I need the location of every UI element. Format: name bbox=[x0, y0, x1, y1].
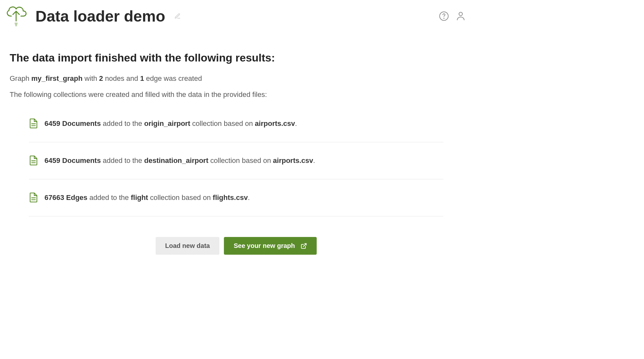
middle: added to the bbox=[89, 194, 129, 202]
file-icon bbox=[29, 118, 38, 129]
result-text: 6459 Documents added to the destination_… bbox=[44, 156, 315, 165]
node-count: 2 bbox=[99, 74, 103, 82]
edit-icon[interactable] bbox=[174, 13, 181, 19]
with-text: with bbox=[84, 74, 97, 82]
type: Documents bbox=[62, 119, 101, 128]
header: Data loader demo bbox=[0, 0, 472, 32]
see-graph-button[interactable]: See your new graph bbox=[224, 237, 317, 255]
type: Edges bbox=[66, 194, 87, 202]
page-title: Data loader demo bbox=[35, 7, 165, 25]
result-row: 67663 Edges added to the flight collecti… bbox=[29, 179, 443, 216]
middle: added to the bbox=[103, 156, 142, 165]
button-row: Load new data See your new graph bbox=[10, 237, 463, 255]
count: 6459 bbox=[44, 119, 60, 128]
suffix: collection based on bbox=[210, 156, 271, 165]
end: . bbox=[248, 194, 250, 202]
nodes-text: nodes and bbox=[105, 74, 138, 82]
see-graph-label: See your new graph bbox=[234, 242, 295, 250]
svg-point-5 bbox=[444, 18, 444, 18]
file-icon bbox=[29, 155, 38, 166]
file-icon bbox=[29, 192, 38, 203]
count: 67663 bbox=[44, 194, 64, 202]
help-icon[interactable] bbox=[439, 11, 449, 21]
graph-summary: Graph my_first_graph with 2 nodes and 1 … bbox=[10, 74, 463, 83]
cloud-upload-logo bbox=[3, 3, 29, 29]
svg-line-13 bbox=[303, 243, 306, 246]
edge-count: 1 bbox=[140, 74, 144, 82]
file: flights.csv bbox=[213, 194, 248, 202]
graph-name: my_first_graph bbox=[31, 74, 82, 82]
external-link-icon bbox=[301, 243, 307, 249]
middle: added to the bbox=[103, 119, 142, 128]
content: The data import finished with the follow… bbox=[0, 32, 472, 268]
header-left: Data loader demo bbox=[3, 3, 181, 29]
results-heading: The data import finished with the follow… bbox=[10, 52, 463, 64]
edge-text: edge was created bbox=[146, 74, 202, 82]
graph-label: Graph bbox=[10, 74, 29, 82]
file: airports.csv bbox=[273, 156, 313, 165]
header-right bbox=[439, 11, 466, 21]
result-row: 6459 Documents added to the destination_… bbox=[29, 142, 443, 179]
file: airports.csv bbox=[255, 119, 295, 128]
collection: destination_airport bbox=[144, 156, 208, 165]
suffix: collection based on bbox=[192, 119, 253, 128]
end: . bbox=[295, 119, 297, 128]
type: Documents bbox=[62, 156, 101, 165]
collection: flight bbox=[131, 194, 148, 202]
suffix: collection based on bbox=[150, 194, 211, 202]
user-icon[interactable] bbox=[456, 11, 466, 21]
svg-point-6 bbox=[459, 12, 463, 16]
result-text: 67663 Edges added to the flight collecti… bbox=[44, 194, 250, 202]
count: 6459 bbox=[44, 156, 60, 165]
result-text: 6459 Documents added to the origin_airpo… bbox=[44, 119, 297, 128]
collection: origin_airport bbox=[144, 119, 190, 128]
result-row: 6459 Documents added to the origin_airpo… bbox=[29, 112, 443, 142]
results-list: 6459 Documents added to the origin_airpo… bbox=[29, 112, 443, 216]
load-new-data-button[interactable]: Load new data bbox=[156, 237, 220, 255]
end: . bbox=[313, 156, 315, 165]
collections-intro: The following collections were created a… bbox=[10, 90, 463, 99]
